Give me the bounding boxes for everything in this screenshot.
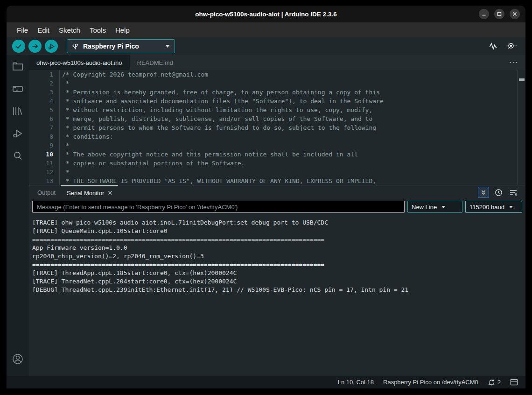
line-text: * Permission is hereby granted, free of … [60, 88, 380, 97]
code-line[interactable]: 3 * Permission is hereby granted, free o… [29, 88, 525, 97]
menu-edit[interactable]: Edit [33, 26, 54, 34]
code-line[interactable]: 7 * permit persons to whom the Software … [29, 123, 525, 132]
line-number: 10 [29, 150, 60, 159]
window-controls [479, 9, 525, 19]
code-line[interactable]: 11 * copies or substantial portions of t… [29, 159, 525, 168]
menu-help[interactable]: Help [111, 26, 134, 34]
code-line[interactable]: 12 * [29, 168, 525, 176]
timestamp-toggle[interactable] [493, 187, 504, 198]
toolbar: Raspberry Pi Pico [7, 37, 525, 55]
code-line[interactable]: 5 * without restriction, including witho… [29, 106, 525, 114]
line-text: * [60, 141, 70, 150]
minimize-icon [481, 11, 487, 17]
editor-scrollbar[interactable] [518, 70, 525, 185]
minimize-button[interactable] [479, 9, 489, 19]
line-ending-select[interactable]: New Line [407, 201, 462, 213]
sidebar-item-boards-manager[interactable] [7, 78, 29, 100]
cursor-position[interactable]: Ln 10, Col 18 [338, 379, 374, 386]
board-port-status[interactable]: Raspberry Pi Pico on /dev/ttyACM0 [383, 379, 478, 386]
upload-button[interactable] [28, 40, 42, 53]
tab-readme[interactable]: README.md [130, 55, 181, 70]
toggle-panel-button[interactable] [510, 379, 518, 386]
sidebar-item-debug[interactable] [7, 122, 29, 145]
line-number: 13 [29, 176, 60, 185]
line-text: /* Copyright 2026 teamprof.net@gmail.com [60, 70, 208, 79]
code-line[interactable]: 4 * software and associated documentatio… [29, 97, 525, 106]
code-editor[interactable]: 1 /* Copyright 2026 teamprof.net@gmail.c… [29, 70, 525, 185]
line-text: * merge, publish, distribute, sublicense… [60, 114, 372, 123]
debug-icon [48, 42, 56, 50]
close-tab-icon[interactable] [108, 190, 112, 195]
clear-icon [509, 189, 518, 196]
autoscroll-toggle[interactable] [478, 187, 489, 198]
board-selector[interactable]: Raspberry Pi Pico [67, 39, 175, 53]
arrow-right-icon [31, 42, 39, 50]
tab-label: ohw-pico-w5100s-audio-aiot.ino [36, 59, 122, 66]
chevron-down-icon [509, 206, 513, 208]
serial-message-input[interactable] [32, 201, 405, 213]
search-icon [12, 150, 24, 162]
titlebar[interactable]: ohw-pico-w5100s-audio-aiot | Arduino IDE… [7, 6, 525, 22]
panel-tab-output[interactable]: Output [32, 185, 61, 199]
line-text: * conditions: [60, 132, 113, 141]
line-text: * [60, 168, 70, 176]
code-line[interactable]: 10 * The above copyright notice and this… [29, 150, 525, 159]
code-line[interactable]: 2 * [29, 79, 525, 88]
notifications-button[interactable]: 2 [488, 379, 501, 386]
usb-icon [72, 42, 79, 50]
code-line[interactable]: 1 /* Copyright 2026 teamprof.net@gmail.c… [29, 70, 525, 79]
serial-output-line: [TRACE] ThreadNet.cppL.204start:core0, c… [32, 277, 525, 286]
baud-rate-value: 115200 baud [469, 204, 504, 211]
menu-tools[interactable]: Tools [85, 26, 111, 34]
baud-rate-select[interactable]: 115200 baud [465, 201, 522, 213]
debug-button[interactable] [45, 40, 58, 53]
tab-sketch-ino[interactable]: ohw-pico-w5100s-audio-aiot.ino [29, 55, 130, 70]
scrollbar-thumb[interactable] [519, 78, 525, 81]
menu-sketch[interactable]: Sketch [54, 26, 85, 34]
maximize-button[interactable] [494, 9, 504, 19]
serial-output[interactable]: [TRACE] ohw-pico-w5100s-audio-aiot.inoL.… [29, 214, 525, 376]
code-line[interactable]: 6 * merge, publish, distribute, sublicen… [29, 114, 525, 123]
window-title: ohw-pico-w5100s-audio-aiot | Arduino IDE… [7, 11, 525, 18]
board-icon [12, 83, 24, 95]
panel-tab-label: Output [37, 189, 56, 196]
line-text: * The above copyright notice and this pe… [60, 150, 358, 159]
debug-icon [12, 127, 24, 140]
serial-output-line: [DEBUG] ThreadNet.cppL.239initEth:Ethern… [32, 286, 525, 294]
code-lines: 1 /* Copyright 2026 teamprof.net@gmail.c… [29, 70, 525, 185]
serial-monitor-button[interactable] [505, 42, 517, 51]
menu-file[interactable]: File [12, 26, 33, 34]
serial-monitor-icon [505, 42, 517, 51]
panel-tab-serial-monitor[interactable]: Serial Monitor [61, 185, 118, 199]
toolbar-right [488, 42, 525, 51]
serial-output-line: App Firmware version=1.0.0 [32, 244, 525, 252]
maximize-icon [497, 11, 502, 17]
line-text: * without restriction, including without… [60, 106, 372, 114]
sidebar-item-account[interactable] [7, 348, 29, 370]
clear-output-button[interactable] [508, 187, 519, 198]
account-icon [11, 353, 24, 366]
tabs-more-button[interactable]: ··· [509, 55, 525, 70]
sidebar-item-sketchbook[interactable] [7, 55, 29, 78]
line-number: 3 [29, 88, 60, 97]
sidebar-item-library-manager[interactable] [7, 100, 29, 122]
line-number: 1 [29, 70, 60, 79]
board-selector-label: Raspberry Pi Pico [83, 42, 139, 50]
sidebar-item-search[interactable] [7, 145, 29, 167]
code-line[interactable]: 8 * conditions: [29, 132, 525, 141]
tab-label: README.md [137, 59, 173, 66]
serial-output-line: [TRACE] ThreadApp.cppL.185start:core0, c… [32, 269, 525, 277]
close-button[interactable] [510, 9, 520, 19]
line-number: 4 [29, 97, 60, 106]
serial-output-line: ========================================… [32, 235, 525, 244]
activity-sidebar [7, 55, 29, 376]
code-line[interactable]: 13 * THE SOFTWARE IS PROVIDED "AS IS", W… [29, 176, 525, 185]
verify-button[interactable] [12, 40, 25, 53]
code-line[interactable]: 9 * [29, 141, 525, 150]
line-text: * copies or substantial portions of the … [60, 159, 245, 168]
serial-plotter-button[interactable] [488, 42, 498, 51]
bottom-panel: Output Serial Monitor [29, 185, 525, 376]
folder-icon [12, 60, 24, 72]
line-number: 12 [29, 168, 60, 176]
books-icon [12, 105, 24, 117]
